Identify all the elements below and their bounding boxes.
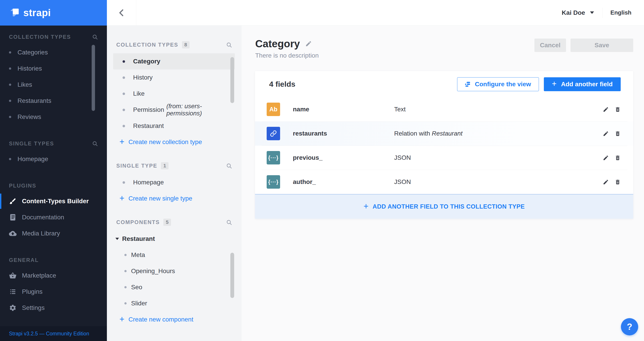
paintbrush-icon xyxy=(9,198,16,205)
bullet-icon xyxy=(9,158,11,160)
fields-card: 4 fields Configure the view + Add anothe… xyxy=(255,71,633,219)
create-component-link[interactable]: +Create new component xyxy=(107,312,242,328)
field-row-author[interactable]: {···} author_ JSON xyxy=(255,170,633,194)
builder-scrollbar-collection[interactable] xyxy=(230,57,234,103)
component-item-seo[interactable]: Seo xyxy=(107,279,242,295)
trash-icon[interactable] xyxy=(615,155,621,161)
cancel-button[interactable]: Cancel xyxy=(534,38,566,52)
sidenav-item-settings[interactable]: Settings xyxy=(0,300,107,316)
sidenav-scrollbar[interactable] xyxy=(92,45,95,111)
component-item-slider[interactable]: Slider xyxy=(107,295,242,312)
permission-source-note: (from: users-permissions) xyxy=(166,102,235,117)
create-collection-type-link[interactable]: +Create new collection type xyxy=(107,134,242,150)
user-name: Kai Doe xyxy=(562,9,585,16)
trash-icon[interactable] xyxy=(615,130,621,137)
bullet-icon xyxy=(124,286,126,288)
sidenav-item-media-library[interactable]: Media Library xyxy=(0,226,107,242)
builder-scrollbar-components[interactable] xyxy=(230,253,234,298)
bullet-icon xyxy=(122,125,125,127)
create-single-type-link[interactable]: +Create new single type xyxy=(107,190,242,206)
trash-icon[interactable] xyxy=(615,106,621,112)
sidenav-footer: Strapi v3.2.5 — Community Edition xyxy=(0,326,107,341)
collection-count-badge: 8 xyxy=(182,41,190,48)
builder-item-category[interactable]: Category xyxy=(113,53,235,70)
main-content: Category There is no description Cancel … xyxy=(242,26,644,341)
sidenav-item-reviews[interactable]: Reviews xyxy=(0,109,107,125)
sidenav-item-restaurants[interactable]: Restaurants xyxy=(0,93,107,109)
fields-card-header: 4 fields Configure the view + Add anothe… xyxy=(255,71,633,97)
component-item-meta[interactable]: Meta xyxy=(107,247,242,263)
relation-field-icon xyxy=(267,127,280,140)
field-row-restaurants[interactable]: restaurants Relation with Restaurant xyxy=(255,122,633,146)
topbar: Kai Doe English xyxy=(107,0,644,26)
strapi-admin-screen: strapi COLLECTION TYPES Categories Histo… xyxy=(0,0,644,341)
edit-pencil-icon[interactable] xyxy=(603,155,609,161)
strapi-logo-icon xyxy=(10,8,20,18)
page-description: There is no description xyxy=(255,52,633,59)
add-field-button[interactable]: + Add another field xyxy=(544,77,621,91)
sidenav-item-homepage[interactable]: Homepage xyxy=(0,151,107,167)
bullet-icon xyxy=(9,116,11,118)
bullet-icon xyxy=(124,254,126,256)
sidenav-single-types-header: SINGLE TYPES xyxy=(0,138,107,149)
edit-pencil-icon[interactable] xyxy=(603,130,609,137)
search-icon[interactable] xyxy=(92,34,98,40)
caret-down-icon xyxy=(116,238,119,240)
sidenav-item-histories[interactable]: Histories xyxy=(0,60,107,76)
builder-collection-types-header: COLLECTION TYPES 8 xyxy=(107,40,242,50)
edit-pencil-icon[interactable] xyxy=(603,179,609,185)
locale-switcher[interactable]: English xyxy=(610,9,632,16)
sidenav-item-marketplace[interactable]: Marketplace xyxy=(0,268,107,284)
bullet-icon xyxy=(9,68,11,70)
field-row-name[interactable]: Ab name Text xyxy=(255,97,633,122)
add-field-banner-button[interactable]: + ADD ANOTHER FIELD TO THIS COLLECTION T… xyxy=(255,194,633,219)
bullet-icon xyxy=(124,270,126,272)
builder-components-header: COMPONENTS 5 xyxy=(107,217,242,228)
page-header: Category There is no description Cancel … xyxy=(242,26,644,59)
builder-item-restaurant[interactable]: Restaurant xyxy=(113,118,235,134)
search-icon[interactable] xyxy=(92,141,98,146)
builder-sidebar: COLLECTION TYPES 8 Category History Like… xyxy=(107,26,242,341)
sidenav-item-categories[interactable]: Categories xyxy=(0,44,107,60)
basket-icon xyxy=(9,272,16,280)
search-icon[interactable] xyxy=(226,219,232,226)
configure-view-button[interactable]: Configure the view xyxy=(457,77,539,91)
page-title: Category xyxy=(255,38,300,50)
bullet-icon xyxy=(9,84,11,86)
back-button[interactable] xyxy=(107,0,136,25)
sliders-icon xyxy=(465,81,471,87)
bullet-icon xyxy=(9,100,11,102)
sidenav-item-content-types-builder[interactable]: Content-Types Builder xyxy=(0,193,107,209)
help-button[interactable]: ? xyxy=(621,318,638,336)
cloud-upload-icon xyxy=(9,230,16,237)
bullet-icon xyxy=(9,51,11,54)
plus-icon: + xyxy=(364,202,368,211)
field-row-previous[interactable]: {···} previous_ JSON xyxy=(255,146,633,170)
edit-title-pencil-icon[interactable] xyxy=(305,40,312,47)
chevron-left-icon xyxy=(118,8,125,18)
text-field-icon: Ab xyxy=(267,102,280,116)
trash-icon[interactable] xyxy=(615,179,621,185)
version-link[interactable]: Strapi v3.2.5 — Community Edition xyxy=(9,331,89,337)
builder-item-homepage[interactable]: Homepage xyxy=(113,174,235,190)
strapi-logo: strapi xyxy=(0,0,107,26)
edit-pencil-icon[interactable] xyxy=(603,106,609,112)
builder-item-permission[interactable]: Permission(from: users-permissions) xyxy=(113,102,235,118)
user-menu[interactable]: Kai Doe xyxy=(562,9,594,16)
builder-item-history[interactable]: History xyxy=(113,70,235,86)
component-item-opening-hours[interactable]: Opening_Hours xyxy=(107,263,242,279)
single-count-badge: 1 xyxy=(161,162,168,170)
fields-count: 4 fields xyxy=(269,80,295,88)
topbar-divider xyxy=(602,8,603,18)
sidenav-item-likes[interactable]: Likes xyxy=(0,76,107,93)
sidenav-item-documentation[interactable]: Documentation xyxy=(0,209,107,226)
bullet-icon xyxy=(122,92,125,95)
component-group-restaurant[interactable]: Restaurant xyxy=(107,231,242,247)
search-icon[interactable] xyxy=(226,42,232,48)
builder-single-type-header: SINGLE TYPE 1 xyxy=(107,160,242,171)
save-button[interactable]: Save xyxy=(570,38,633,52)
header-actions: Cancel Save xyxy=(534,38,633,52)
sidenav-item-plugins[interactable]: Plugins xyxy=(0,284,107,300)
builder-item-like[interactable]: Like xyxy=(113,86,235,102)
search-icon[interactable] xyxy=(226,163,232,169)
